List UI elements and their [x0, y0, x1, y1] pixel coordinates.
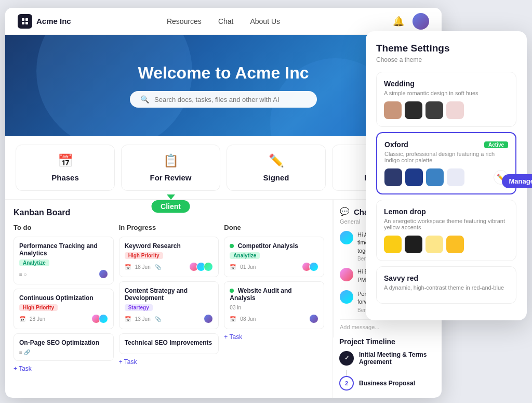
date-icon: 📅: [125, 264, 131, 270]
task-avatars: [99, 269, 108, 279]
avatar-1: [99, 269, 108, 279]
date-icon: 📅: [230, 316, 236, 322]
task-card[interactable]: Website Audit and Analysis 03 in 📅 08 Ju…: [224, 281, 324, 329]
signed-label: Signed: [263, 173, 289, 182]
theme-panel-subtitle: Choose a theme: [376, 56, 516, 63]
timeline-item: 2 Business Proposal: [339, 376, 435, 391]
theme-option-wedding[interactable]: Wedding A simple romantic design in soft…: [376, 72, 516, 127]
swatch: [384, 101, 402, 119]
svg-rect-1: [25, 18, 28, 21]
theme-swatches-oxford: ✏️: [384, 168, 508, 186]
todo-header: To do: [14, 224, 114, 231]
chat-avatar: [340, 268, 353, 281]
add-task-todo[interactable]: + Task: [14, 365, 114, 372]
task-badge: Analytize: [19, 259, 49, 266]
svg-rect-2: [22, 22, 24, 24]
avatar-1: [309, 314, 318, 323]
swatch: [384, 168, 402, 186]
timeline-item: ✓ Initial Meeting & Terms Agreement: [339, 351, 435, 366]
swatch: [446, 236, 464, 253]
logo-icon: [18, 14, 32, 29]
kanban-board: Kanban Board To do Performance Tracking …: [5, 200, 332, 398]
timeline-label: Business Proposal: [359, 380, 415, 387]
task-card[interactable]: Competitor Analysis Analytize 📅 01 Jun: [224, 237, 324, 277]
avatar-1: [204, 314, 213, 323]
theme-option-oxford[interactable]: Oxford Active Classic, professional desi…: [376, 132, 516, 194]
theme-option-savvy-red[interactable]: Savvy red A dynamic, high-contrast theme…: [376, 266, 516, 304]
search-input[interactable]: [154, 96, 307, 103]
task-card[interactable]: Content Strategy and Development Starteg…: [119, 281, 219, 329]
task-card[interactable]: Technical SEO Improvements: [119, 333, 219, 354]
task-badge: Startegy: [125, 304, 153, 311]
phases-label: Phases: [51, 173, 79, 182]
theme-name-lemon-drop: Lemon drop: [384, 207, 509, 216]
add-task-done[interactable]: + Task: [224, 333, 324, 341]
done-header: Done: [224, 224, 324, 231]
action-for-review[interactable]: 📋 For Review Client: [121, 145, 220, 191]
nav-chat[interactable]: Chat: [218, 17, 234, 25]
task-meta: 📅 01 Jun: [230, 262, 318, 271]
theme-name-wedding: Wedding: [384, 80, 509, 88]
task-card[interactable]: Keyword Research High Priority 📅 18 Jun …: [119, 237, 219, 277]
action-signed[interactable]: ✏️ Signed: [227, 145, 326, 191]
task-card[interactable]: On-Page SEO Optimization ≡ 🔗: [14, 333, 114, 361]
date-icon: 📅: [230, 264, 236, 270]
task-date: 18 Jun: [135, 264, 151, 270]
task-meta: ≡ ○: [19, 269, 108, 279]
column-done: Done Competitor Analysis Analytize 📅 01 …: [224, 224, 324, 372]
theme-swatches-wedding: [384, 101, 509, 119]
nav-resources[interactable]: Resources: [167, 17, 202, 25]
bell-icon[interactable]: 🔔: [393, 16, 404, 27]
task-meta: 📅 18 Jun 📎: [125, 262, 214, 271]
task-avatars: [302, 262, 318, 271]
avatar-2: [99, 314, 108, 323]
swatch: [384, 236, 402, 253]
task-title: Keyword Research: [125, 242, 214, 250]
pin-icon: 📎: [155, 264, 161, 270]
task-date: 01 Jun: [240, 264, 256, 270]
nav-about[interactable]: About Us: [250, 17, 280, 25]
timeline-connector: [346, 370, 347, 376]
column-todo: To do Performance Tracking and Analytics…: [14, 224, 114, 372]
search-icon: 🔍: [140, 95, 149, 103]
task-icons: ≡ 🔗: [19, 349, 30, 355]
avatar-2: [309, 262, 318, 271]
user-avatar[interactable]: [413, 13, 429, 30]
task-card[interactable]: Continuous Optimization High Priority 📅 …: [14, 289, 114, 329]
nav-actions: 🔔: [326, 13, 429, 30]
swatch: [447, 168, 464, 186]
theme-settings-panel: Theme Settings Choose a theme Wedding A …: [366, 31, 527, 320]
done-indicator: [230, 244, 234, 248]
task-title: Competitor Analysis: [230, 242, 318, 250]
avatar-3: [204, 262, 213, 271]
task-badge: High Priority: [125, 252, 163, 259]
timeline-circle-done: ✓: [339, 351, 354, 366]
theme-desc-oxford: Classic, professional design featuring a…: [384, 151, 508, 163]
phases-icon: 📅: [58, 153, 73, 168]
add-task-in-progress[interactable]: + Task: [119, 358, 219, 366]
chat-input-area[interactable]: Add message...: [340, 319, 431, 330]
swatch: [446, 101, 464, 119]
action-phases[interactable]: 📅 Phases: [16, 145, 115, 191]
chat-avatar: [340, 231, 353, 244]
swatch: [405, 236, 422, 253]
for-review-icon: 📋: [163, 153, 179, 168]
search-bar[interactable]: 🔍: [130, 91, 317, 108]
in-progress-header: In Progress: [119, 224, 219, 231]
task-date: 13 Jun: [135, 316, 151, 322]
theme-desc-savvy-red: A dynamic, high-contrast theme in red-an…: [384, 284, 509, 291]
column-in-progress: In Progress Keyword Research High Priori…: [119, 224, 219, 372]
hero-title: Welcome to Acme Inc: [138, 63, 309, 83]
date-icon: 📅: [125, 316, 131, 322]
project-timeline: Project Timeline ✓ Initial Meeting & Ter…: [333, 337, 442, 398]
svg-rect-3: [25, 22, 28, 24]
task-date: 08 Jun: [240, 316, 256, 322]
task-card[interactable]: Performance Tracking and Analytics Analy…: [14, 237, 114, 284]
task-title: Performance Tracking and Analytics: [19, 242, 108, 257]
task-avatars: [189, 262, 213, 271]
signed-icon: ✏️: [269, 153, 284, 168]
nav-links: Resources Chat About Us: [121, 17, 326, 25]
theme-option-lemon-drop[interactable]: Lemon drop An energetic workspace theme …: [376, 200, 516, 261]
task-title: Technical SEO Improvements: [125, 339, 214, 346]
task-avatars: [204, 314, 213, 323]
